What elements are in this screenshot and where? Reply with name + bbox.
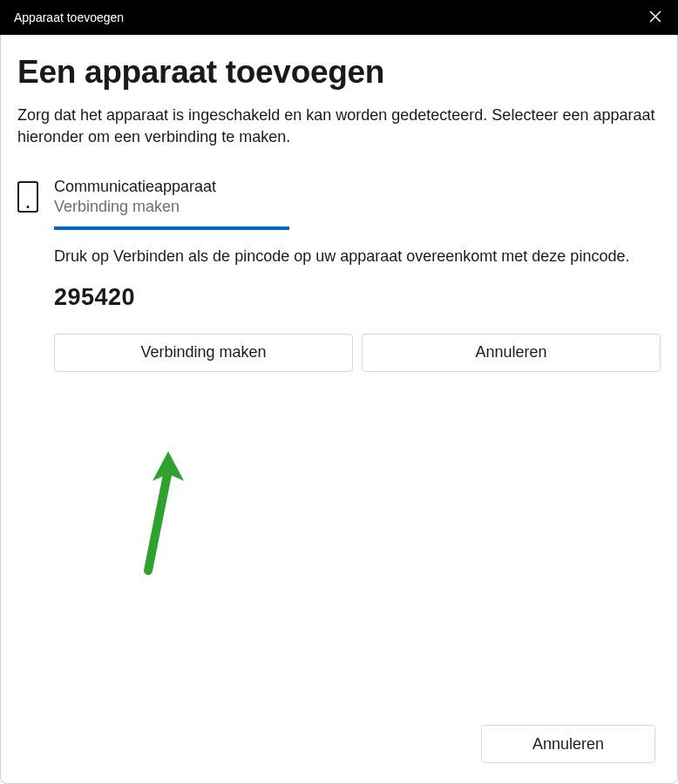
phone-icon (17, 181, 38, 213)
device-info: Communicatieapparaat Verbinding maken Dr… (54, 178, 661, 371)
titlebar: Apparaat toevoegen (0, 0, 678, 35)
svg-marker-4 (153, 451, 184, 481)
dialog-content: Een apparaat toevoegen Zorg dat het appa… (0, 35, 678, 784)
titlebar-title: Apparaat toevoegen (14, 10, 124, 24)
close-icon (649, 10, 661, 25)
device-item[interactable]: Communicatieapparaat Verbinding maken Dr… (17, 178, 661, 371)
pin-instruction: Druk op Verbinden als de pincode op uw a… (54, 246, 661, 267)
close-button[interactable] (647, 9, 664, 26)
cancel-inline-button[interactable]: Annuleren (362, 334, 661, 372)
device-button-row: Verbinding maken Annuleren (54, 334, 661, 372)
cancel-footer-button[interactable]: Annuleren (481, 725, 655, 763)
device-icon-wrap (17, 178, 38, 213)
device-name: Communicatieapparaat (54, 178, 661, 196)
pin-code: 295420 (54, 284, 661, 311)
svg-line-3 (148, 470, 168, 571)
page-subtitle: Zorg dat het apparaat is ingeschakeld en… (17, 105, 661, 148)
progress-bar (54, 226, 289, 230)
page-title: Een apparaat toevoegen (17, 54, 661, 91)
connect-button[interactable]: Verbinding maken (54, 334, 353, 372)
device-status: Verbinding maken (54, 198, 661, 216)
dialog-footer: Annuleren (481, 725, 655, 763)
arrow-annotation (135, 444, 205, 587)
